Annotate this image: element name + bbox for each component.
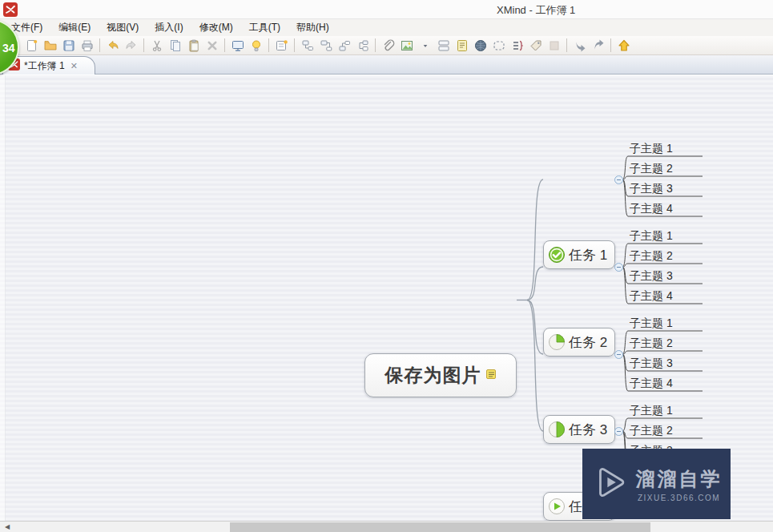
insert-topic-button[interactable] bbox=[298, 37, 316, 54]
lightbulb-icon bbox=[249, 38, 264, 53]
insert-topic-after-button[interactable] bbox=[316, 37, 335, 54]
watermark-title: 溜溜自学 bbox=[636, 466, 723, 492]
image-icon bbox=[400, 38, 414, 53]
subtopic-task3-1[interactable]: 子主题 1 bbox=[630, 316, 703, 331]
task-node-1[interactable]: 任务 1 bbox=[543, 240, 615, 269]
menu-item-7[interactable]: 帮助(H) bbox=[288, 19, 337, 36]
notes-marker-icon bbox=[485, 369, 497, 380]
lightbulb-button[interactable] bbox=[247, 37, 265, 54]
hyperlink-button[interactable] bbox=[471, 37, 489, 54]
task-node-3[interactable]: 任务 3 bbox=[543, 415, 615, 444]
split-topic-button[interactable] bbox=[434, 37, 453, 54]
task-quarter-icon bbox=[548, 333, 566, 351]
collapse-toggle-task-3[interactable] bbox=[614, 350, 623, 359]
subtopic-task1-3[interactable]: 子主题 3 bbox=[630, 182, 703, 196]
go-home-icon bbox=[617, 38, 631, 53]
delete-button[interactable] bbox=[203, 37, 221, 54]
toolbar-separator bbox=[99, 38, 100, 52]
summary-icon bbox=[510, 38, 525, 53]
subtopic-task4-1[interactable]: 子主题 1 bbox=[630, 404, 703, 418]
central-topic-label: 保存为图片 bbox=[385, 363, 481, 388]
subtopic-task2-3[interactable]: 子主题 3 bbox=[630, 269, 703, 284]
subtopic-task1-1[interactable]: 子主题 1 bbox=[630, 142, 703, 156]
new-sheet-from-topic-button[interactable] bbox=[272, 37, 291, 54]
canvas-left-strip bbox=[0, 75, 6, 521]
toolbar-separator bbox=[294, 38, 295, 52]
notes-marker-icon[interactable] bbox=[485, 369, 497, 383]
subtopic-task2-4[interactable]: 子主题 4 bbox=[630, 289, 703, 304]
collapse-toggle-task-2[interactable] bbox=[614, 263, 623, 272]
task-complete-icon bbox=[548, 246, 566, 264]
window-title: XMind - 工作簿 1 bbox=[497, 3, 575, 18]
cut-icon bbox=[150, 38, 164, 53]
label-icon bbox=[529, 38, 543, 53]
subtopic-task1-4[interactable]: 子主题 4 bbox=[630, 202, 703, 216]
watermark-url: zixue.3d66.com bbox=[638, 494, 720, 502]
insert-topic-after-icon bbox=[319, 38, 333, 53]
new-workbook-button[interactable] bbox=[22, 37, 41, 54]
attachment-button[interactable] bbox=[379, 37, 397, 54]
task-node-2[interactable]: 任务 2 bbox=[543, 328, 615, 357]
subtopic-task3-3[interactable]: 子主题 3 bbox=[630, 357, 703, 371]
insert-subtopic-icon bbox=[337, 38, 352, 53]
menu-item-6[interactable]: 工具(T) bbox=[241, 19, 288, 36]
open-button[interactable] bbox=[41, 37, 59, 54]
insert-parent-topic-button[interactable] bbox=[353, 37, 372, 54]
menu-item-2[interactable]: 编辑(E) bbox=[50, 19, 99, 36]
scroll-left-arrow-icon[interactable]: ◀ bbox=[5, 523, 10, 530]
xmind-logo-icon bbox=[3, 2, 18, 17]
play-logo-icon bbox=[591, 463, 630, 502]
image-dropdown-button[interactable] bbox=[416, 37, 434, 54]
drill-up-icon bbox=[591, 38, 606, 53]
split-topic-icon bbox=[437, 38, 451, 53]
summary-button[interactable] bbox=[508, 37, 526, 54]
copy-button[interactable] bbox=[166, 37, 184, 54]
tab-close-icon[interactable]: ✕ bbox=[69, 62, 78, 71]
subtopic-task1-2[interactable]: 子主题 2 bbox=[630, 162, 703, 176]
xmind-logo-icon bbox=[3, 2, 18, 17]
drill-down-button[interactable] bbox=[570, 37, 589, 54]
subtopic-task3-4[interactable]: 子主题 4 bbox=[630, 377, 703, 391]
new-sheet-from-topic-icon bbox=[275, 38, 289, 53]
redo-button[interactable] bbox=[122, 37, 140, 54]
central-topic[interactable]: 保存为图片 bbox=[364, 353, 517, 397]
collapse-toggle-task-4[interactable] bbox=[614, 427, 623, 436]
cut-button[interactable] bbox=[147, 37, 166, 54]
boundary-button[interactable] bbox=[489, 37, 508, 54]
save-button[interactable] bbox=[59, 37, 78, 54]
subtopic-task2-2[interactable]: 子主题 2 bbox=[630, 249, 703, 264]
attachment-icon bbox=[381, 38, 396, 53]
delete-icon bbox=[205, 38, 219, 53]
recording-timer-value: 34 bbox=[2, 42, 15, 54]
image-button[interactable] bbox=[397, 37, 416, 54]
go-home-button[interactable] bbox=[614, 37, 633, 54]
notes-button[interactable] bbox=[453, 37, 471, 54]
collapse-toggle-task-1[interactable] bbox=[614, 175, 623, 184]
horizontal-scrollbar[interactable]: ◀ bbox=[0, 521, 773, 532]
subtopic-task3-2[interactable]: 子主题 2 bbox=[630, 337, 703, 351]
marker-disabled-button[interactable] bbox=[545, 37, 563, 54]
subtopic-task2-1[interactable]: 子主题 1 bbox=[630, 229, 703, 244]
copy-icon bbox=[168, 38, 183, 53]
presentation-button[interactable] bbox=[228, 37, 247, 54]
subtopic-task4-2[interactable]: 子主题 2 bbox=[630, 424, 703, 438]
toolbar-separator bbox=[610, 38, 611, 52]
label-button[interactable] bbox=[526, 37, 545, 54]
redo-icon bbox=[124, 38, 139, 53]
paste-button[interactable] bbox=[184, 37, 203, 54]
menu-item-4[interactable]: 插入(I) bbox=[147, 19, 191, 36]
undo-button[interactable] bbox=[103, 37, 122, 54]
toolbar-separator bbox=[143, 38, 144, 52]
toolbar-separator bbox=[224, 38, 225, 52]
menu-item-5[interactable]: 修改(M) bbox=[191, 19, 241, 36]
marker-disabled-icon bbox=[547, 38, 562, 53]
task-half-icon bbox=[548, 421, 566, 438]
scrollbar-thumb[interactable] bbox=[230, 522, 650, 532]
print-button[interactable] bbox=[78, 37, 96, 54]
new-workbook-icon bbox=[25, 38, 39, 53]
menu-item-3[interactable]: 视图(V) bbox=[99, 19, 147, 36]
presentation-icon bbox=[231, 38, 245, 53]
drill-up-button[interactable] bbox=[589, 37, 607, 54]
print-icon bbox=[80, 38, 95, 53]
insert-subtopic-button[interactable] bbox=[335, 37, 353, 54]
